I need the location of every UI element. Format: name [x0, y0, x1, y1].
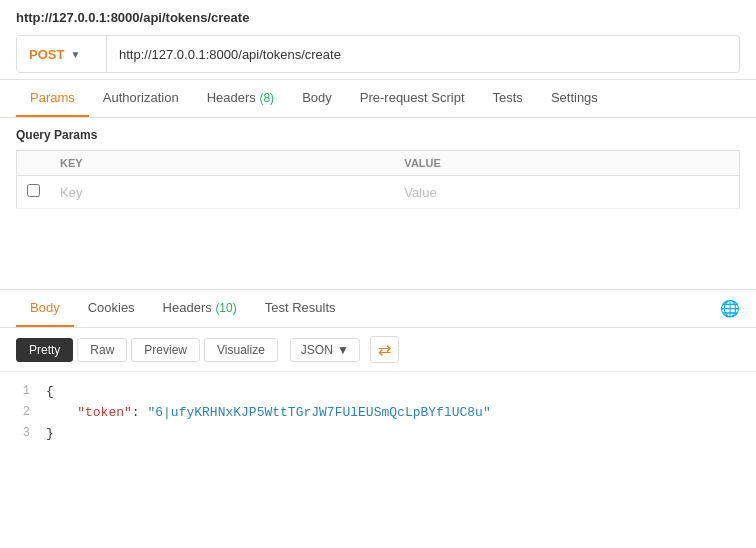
code-block: 1 { 2 "token": "6|ufyKRHNxKJP5WttTGrJW7F…: [0, 372, 756, 454]
tab-tests[interactable]: Tests: [479, 80, 537, 117]
tab-params[interactable]: Params: [16, 80, 89, 117]
params-table: KEY VALUE Key Value: [16, 150, 740, 209]
key-cell: Key: [50, 176, 394, 209]
request-row: POST ▼: [16, 35, 740, 73]
code-content-3: }: [46, 424, 54, 445]
url-display: http://127.0.0.1:8000/api/tokens/create: [16, 10, 740, 25]
headers-badge: (8): [259, 91, 274, 105]
tab-pre-request-script[interactable]: Pre-request Script: [346, 80, 479, 117]
response-tab-body[interactable]: Body: [16, 290, 74, 327]
wrap-icon[interactable]: ⇄: [370, 336, 399, 363]
url-bar-section: http://127.0.0.1:8000/api/tokens/create …: [0, 0, 756, 80]
response-section: Body Cookies Headers (10) Test Results 🌐…: [0, 289, 756, 454]
method-label: POST: [29, 47, 64, 62]
code-line-1: 1 {: [16, 382, 740, 403]
row-checkbox-cell: [17, 176, 51, 209]
visualize-button[interactable]: Visualize: [204, 338, 278, 362]
checkbox-col-header: [17, 151, 51, 176]
request-tabs-row: Params Authorization Headers (8) Body Pr…: [16, 80, 740, 117]
globe-icon[interactable]: 🌐: [720, 299, 740, 318]
code-content-2: "token": "6|ufyKRHNxKJP5WttTGrJW7FUlEUSm…: [46, 403, 491, 424]
tab-body[interactable]: Body: [288, 80, 346, 117]
line-num-1: 1: [16, 382, 46, 401]
chevron-down-icon: ▼: [70, 49, 80, 60]
line-num-2: 2: [16, 403, 46, 422]
query-params-label: Query Params: [16, 128, 740, 142]
url-input[interactable]: [107, 47, 739, 62]
raw-button[interactable]: Raw: [77, 338, 127, 362]
response-tab-headers[interactable]: Headers (10): [149, 290, 251, 327]
key-col-header: KEY: [50, 151, 394, 176]
table-row: Key Value: [17, 176, 740, 209]
row-checkbox[interactable]: [27, 184, 40, 197]
format-bar: Pretty Raw Preview Visualize JSON ▼ ⇄: [0, 328, 756, 372]
json-value: "6|ufyKRHNxKJP5WttTGrJW7FUlEUSmQcLpBYflU…: [147, 405, 490, 420]
code-content-1: {: [46, 382, 54, 403]
tab-settings[interactable]: Settings: [537, 80, 612, 117]
format-label: JSON: [301, 343, 333, 357]
line-num-3: 3: [16, 424, 46, 443]
preview-button[interactable]: Preview: [131, 338, 200, 362]
code-line-3: 3 }: [16, 424, 740, 445]
response-headers-badge: (10): [215, 301, 236, 315]
json-key: "token": [46, 405, 132, 420]
request-tabs-section: Params Authorization Headers (8) Body Pr…: [0, 80, 756, 118]
format-chevron-icon: ▼: [337, 343, 349, 357]
value-col-header: VALUE: [394, 151, 739, 176]
key-placeholder: Key: [60, 185, 82, 200]
query-params-section: Query Params KEY VALUE Key Value: [0, 118, 756, 209]
response-tab-test-results[interactable]: Test Results: [251, 290, 350, 327]
response-tab-cookies[interactable]: Cookies: [74, 290, 149, 327]
method-selector[interactable]: POST ▼: [17, 36, 107, 72]
tab-headers[interactable]: Headers (8): [193, 80, 288, 117]
tab-authorization[interactable]: Authorization: [89, 80, 193, 117]
code-line-2: 2 "token": "6|ufyKRHNxKJP5WttTGrJW7FUlEU…: [16, 403, 740, 424]
value-placeholder: Value: [404, 185, 436, 200]
value-cell: Value: [394, 176, 739, 209]
pretty-button[interactable]: Pretty: [16, 338, 73, 362]
format-selector[interactable]: JSON ▼: [290, 338, 360, 362]
response-tabs-row: Body Cookies Headers (10) Test Results 🌐: [0, 290, 756, 328]
